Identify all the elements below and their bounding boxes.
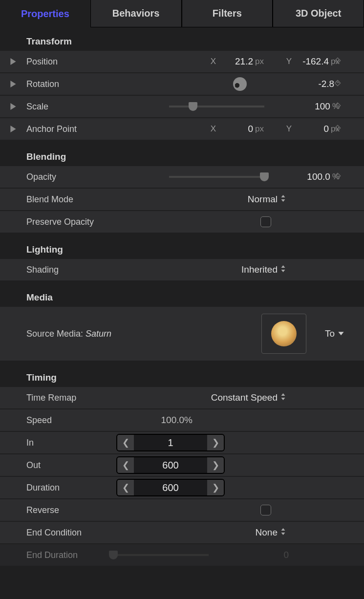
keyframe-icon[interactable]	[334, 124, 342, 134]
out-stepper[interactable]: ❮ 600 ❯	[116, 456, 225, 474]
tab-filters[interactable]: Filters	[182, 0, 273, 27]
axis-x: X	[211, 57, 216, 66]
svg-marker-13	[338, 332, 343, 335]
label-in: In	[26, 438, 100, 448]
rotation-dial[interactable]	[240, 83, 264, 85]
media-well[interactable]	[261, 314, 306, 354]
opacity-value[interactable]: 100.0	[296, 171, 330, 182]
row-opacity: Opacity 100.0%	[0, 166, 364, 188]
svg-marker-16	[281, 528, 285, 531]
disclosure-anchor[interactable]	[0, 126, 26, 132]
keyframe-icon[interactable]	[334, 57, 342, 67]
row-source-media: Source Media: Saturn To	[0, 307, 364, 361]
label-duration: Duration	[26, 483, 100, 493]
keyframe-icon[interactable]	[334, 172, 342, 182]
row-anchor-point: Anchor Point X0px Y0px	[0, 118, 364, 140]
planet-icon	[271, 321, 297, 346]
keyframe-icon[interactable]	[334, 102, 342, 112]
out-value[interactable]: 600	[134, 457, 207, 473]
position-y-value[interactable]: -162.4	[295, 56, 329, 67]
label-end-condition: End Condition	[26, 528, 105, 538]
duration-stepper[interactable]: ❮ 600 ❯	[116, 479, 225, 496]
section-title-lighting: Lighting	[0, 235, 364, 259]
svg-rect-3	[335, 80, 340, 86]
section-title-media: Media	[0, 283, 364, 307]
inspector-tabs: Properties Behaviors Filters 3D Object	[0, 0, 364, 27]
svg-rect-7	[335, 125, 340, 130]
svg-marker-4	[10, 103, 16, 110]
preserve-opacity-checkbox[interactable]	[260, 216, 271, 227]
section-title-blending: Blending	[0, 143, 364, 166]
tab-behaviors[interactable]: Behaviors	[90, 0, 182, 27]
position-x-value[interactable]: 21.2	[219, 56, 253, 67]
end-duration-slider	[113, 554, 209, 556]
label-rotation: Rotation	[26, 79, 100, 89]
in-value[interactable]: 1	[134, 435, 207, 450]
label-opacity: Opacity	[26, 172, 100, 182]
label-shading: Shading	[26, 265, 100, 275]
anchor-x-value[interactable]: 0	[219, 124, 253, 134]
row-duration: Duration ❮ 600 ❯	[0, 477, 364, 498]
axis-y: Y	[286, 57, 292, 66]
row-position: Position X21.2px Y-162.4px	[0, 51, 364, 72]
stepper-decrement[interactable]: ❮	[117, 435, 134, 450]
reverse-checkbox[interactable]	[260, 505, 271, 515]
disclosure-rotation[interactable]	[0, 81, 26, 87]
opacity-slider[interactable]	[169, 176, 264, 178]
svg-marker-0	[10, 58, 16, 65]
stepper-increment[interactable]: ❯	[207, 480, 224, 495]
row-rotation: Rotation -2.8°	[0, 73, 364, 95]
updown-icon	[280, 264, 286, 275]
svg-rect-5	[335, 103, 340, 108]
shading-select[interactable]: Inherited	[241, 264, 286, 275]
svg-marker-14	[281, 393, 285, 396]
anchor-y-value[interactable]: 0	[295, 124, 329, 134]
svg-marker-6	[10, 126, 16, 132]
label-source-media: Source Media: Saturn	[26, 329, 111, 339]
duration-value[interactable]: 600	[134, 480, 207, 495]
scale-slider[interactable]	[169, 106, 264, 107]
label-blend-mode: Blend Mode	[26, 194, 100, 205]
svg-marker-9	[281, 195, 285, 197]
speed-value[interactable]: 100.0%	[158, 415, 193, 426]
svg-marker-15	[281, 398, 285, 400]
row-preserve-opacity: Preserve Opacity	[0, 211, 364, 233]
label-speed: Speed	[26, 415, 100, 426]
svg-marker-17	[281, 533, 285, 535]
updown-icon	[280, 527, 286, 538]
keyframe-icon[interactable]	[334, 79, 342, 89]
label-reverse: Reverse	[26, 505, 100, 515]
label-anchor: Anchor Point	[26, 124, 100, 134]
blend-mode-select[interactable]: Normal	[248, 194, 286, 205]
svg-marker-11	[281, 265, 285, 268]
time-remap-select[interactable]: Constant Speed	[211, 392, 286, 403]
stepper-increment[interactable]: ❯	[207, 457, 224, 473]
tab-3d-object[interactable]: 3D Object	[273, 0, 364, 27]
disclosure-position[interactable]	[0, 58, 26, 65]
end-condition-select[interactable]: None	[256, 527, 286, 538]
row-time-remap: Time Remap Constant Speed	[0, 387, 364, 408]
scale-value[interactable]: 100	[296, 101, 330, 112]
row-shading: Shading Inherited	[0, 259, 364, 280]
label-time-remap: Time Remap	[26, 393, 100, 403]
row-end-duration: End Duration 0	[0, 544, 364, 566]
updown-icon	[280, 194, 286, 205]
section-title-transform: Transform	[0, 27, 364, 51]
label-position: Position	[26, 57, 100, 67]
row-speed: Speed 100.0%	[0, 409, 364, 431]
stepper-increment[interactable]: ❯	[207, 435, 224, 450]
tab-properties[interactable]: Properties	[0, 0, 90, 27]
stepper-decrement[interactable]: ❮	[117, 457, 134, 473]
stepper-decrement[interactable]: ❮	[117, 480, 134, 495]
media-to-menu[interactable]: To	[325, 328, 344, 339]
in-stepper[interactable]: ❮ 1 ❯	[116, 434, 225, 451]
rotation-value[interactable]: -2.8	[300, 79, 334, 89]
label-preserve-opacity: Preserve Opacity	[26, 217, 124, 227]
end-duration-value: 0	[255, 550, 289, 560]
label-end-duration: End Duration	[26, 550, 105, 560]
label-out: Out	[26, 460, 100, 471]
label-scale: Scale	[26, 102, 100, 112]
row-scale: Scale 100%	[0, 96, 364, 117]
section-title-timing: Timing	[0, 364, 364, 387]
disclosure-scale[interactable]	[0, 103, 26, 110]
